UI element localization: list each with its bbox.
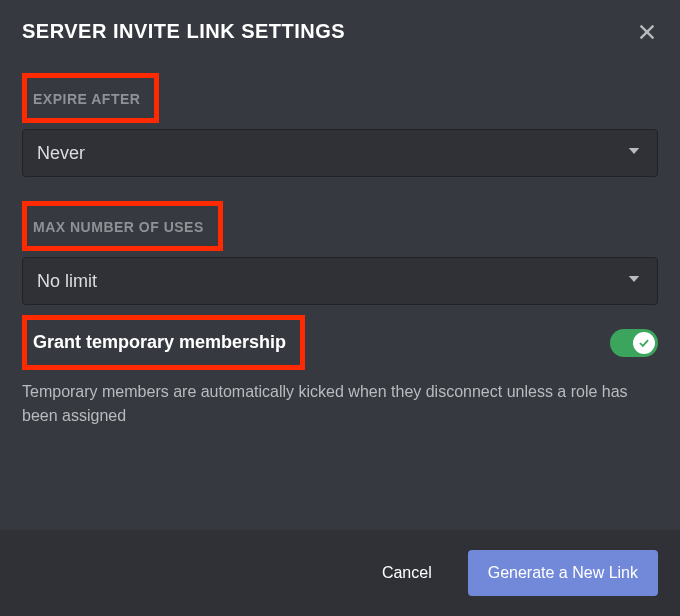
expire-after-value: Never: [37, 143, 85, 164]
expire-after-label: EXPIRE AFTER: [33, 91, 140, 107]
expire-after-label-highlight: EXPIRE AFTER: [22, 73, 159, 123]
temporary-membership-label-highlight: Grant temporary membership: [22, 315, 305, 370]
max-uses-select[interactable]: No limit: [22, 257, 658, 305]
chevron-down-icon: [625, 270, 643, 292]
checkmark-icon: [637, 336, 651, 350]
modal-footer: Cancel Generate a New Link: [0, 530, 680, 616]
max-uses-label: MAX NUMBER OF USES: [33, 219, 204, 235]
cancel-button[interactable]: Cancel: [366, 554, 448, 592]
expire-after-select[interactable]: Never: [22, 129, 658, 177]
generate-link-button[interactable]: Generate a New Link: [468, 550, 658, 596]
modal-content: EXPIRE AFTER Never MAX NUMBER OF USES No…: [0, 55, 680, 428]
temporary-membership-row: Grant temporary membership: [22, 315, 658, 370]
max-uses-label-highlight: MAX NUMBER OF USES: [22, 201, 223, 251]
modal-header: SERVER INVITE LINK SETTINGS: [0, 0, 680, 55]
toggle-knob: [633, 332, 655, 354]
temporary-membership-label: Grant temporary membership: [33, 332, 286, 352]
max-uses-value: No limit: [37, 271, 97, 292]
chevron-down-icon: [625, 142, 643, 164]
modal-title: SERVER INVITE LINK SETTINGS: [22, 20, 345, 43]
close-icon[interactable]: [636, 21, 658, 43]
temporary-membership-toggle[interactable]: [610, 329, 658, 357]
temporary-membership-description: Temporary members are automatically kick…: [22, 380, 658, 428]
